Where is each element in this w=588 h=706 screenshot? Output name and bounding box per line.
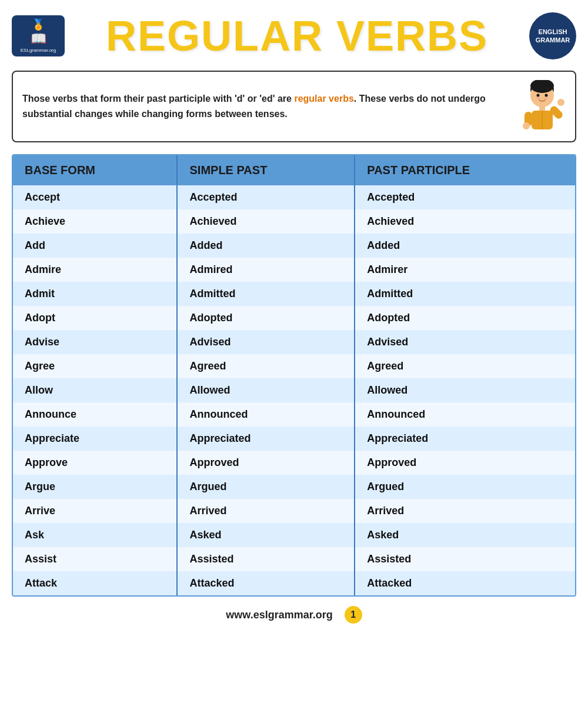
simple-past-cell: Admitted — [177, 282, 355, 306]
table-row: AskAskedAsked — [13, 523, 575, 547]
table-header-row: BASE FORM SIMPLE PAST PAST PARTICIPLE — [13, 155, 575, 185]
page-number: 1 — [345, 606, 362, 624]
logo-text: ESLgrammar.org — [21, 48, 56, 54]
past-participle-cell: Allowed — [355, 378, 575, 402]
past-participle-cell: Appreciated — [355, 427, 575, 451]
simple-past-cell: Advised — [177, 330, 355, 354]
base-form-cell: Agree — [13, 354, 177, 378]
col-header-past: SIMPLE PAST — [177, 155, 355, 185]
simple-past-cell: Asked — [177, 523, 355, 547]
past-participle-cell: Admitted — [355, 282, 575, 306]
table-row: AttackAttackedAttacked — [13, 571, 575, 595]
base-form-cell: Appreciate — [13, 427, 177, 451]
svg-point-13 — [523, 122, 530, 129]
table-row: AdviseAdvisedAdvised — [13, 330, 575, 354]
table-row: ArgueArguedArgued — [13, 475, 575, 499]
simple-past-cell: Achieved — [177, 209, 355, 234]
past-participle-cell: Announced — [355, 402, 575, 427]
badge-line2: GRAMMAR — [536, 36, 570, 44]
col-header-base: BASE FORM — [13, 155, 177, 185]
past-participle-cell: Assisted — [355, 547, 575, 571]
simple-past-cell: Adopted — [177, 306, 355, 330]
past-participle-cell: Arrived — [355, 499, 575, 523]
simple-past-cell: Announced — [177, 402, 355, 427]
base-form-cell: Advise — [13, 330, 177, 354]
table-row: AddAddedAdded — [13, 234, 575, 258]
description-text: Those verbs that form their past partici… — [22, 91, 509, 121]
badge-line1: ENGLISH — [539, 28, 567, 36]
page-footer: www.eslgrammar.org 1 — [12, 606, 576, 624]
past-participle-cell: Accepted — [355, 185, 575, 209]
table-row: AdmireAdmiredAdmirer — [13, 258, 575, 282]
base-form-cell: Assist — [13, 547, 177, 571]
base-form-cell: Admire — [13, 258, 177, 282]
base-form-cell: Approve — [13, 451, 177, 475]
table-row: AssistAssistedAssisted — [13, 547, 575, 571]
simple-past-cell: Allowed — [177, 378, 355, 402]
base-form-cell: Ask — [13, 523, 177, 547]
simple-past-cell: Admired — [177, 258, 355, 282]
simple-past-cell: Attacked — [177, 571, 355, 595]
logo: 🏅 📖 ESLgrammar.org — [12, 15, 65, 56]
col-header-participle: PAST PARTICIPLE — [355, 155, 575, 185]
base-form-cell: Accept — [13, 185, 177, 209]
description-plain: Those verbs that form their past partici… — [22, 94, 294, 104]
past-participle-cell: Adopted — [355, 306, 575, 330]
past-participle-cell: Asked — [355, 523, 575, 547]
page-title: REGULAR VERBS — [65, 12, 529, 60]
table-row: AppreciateAppreciatedAppreciated — [13, 427, 575, 451]
base-form-cell: Argue — [13, 475, 177, 499]
laurel-decoration: 🏅 — [32, 18, 45, 31]
page-header: 🏅 📖 ESLgrammar.org REGULAR VERBS ENGLISH… — [12, 12, 576, 60]
base-form-cell: Admit — [13, 282, 177, 306]
past-participle-cell: Argued — [355, 475, 575, 499]
grammar-badge: ENGLISH GRAMMAR — [529, 12, 576, 59]
past-participle-cell: Added — [355, 234, 575, 258]
simple-past-cell: Added — [177, 234, 355, 258]
verb-table-container: BASE FORM SIMPLE PAST PAST PARTICIPLE Ac… — [12, 154, 576, 597]
past-participle-cell: Attacked — [355, 571, 575, 595]
table-row: AcceptAcceptedAccepted — [13, 185, 575, 209]
table-row: ArriveArrivedArrived — [13, 499, 575, 523]
base-form-cell: Allow — [13, 378, 177, 402]
svg-point-12 — [557, 99, 564, 106]
past-participle-cell: Admirer — [355, 258, 575, 282]
website-url: www.eslgrammar.org — [226, 609, 332, 621]
simple-past-cell: Assisted — [177, 547, 355, 571]
simple-past-cell: Accepted — [177, 185, 355, 209]
laurel-left-icon: 🏅 — [32, 18, 45, 31]
character-illustration — [519, 80, 566, 133]
table-row: AllowAllowedAllowed — [13, 378, 575, 402]
table-row: AdoptAdoptedAdopted — [13, 306, 575, 330]
description-box: Those verbs that form their past partici… — [12, 71, 576, 142]
svg-rect-8 — [539, 106, 545, 111]
description-highlight: regular verbs — [294, 94, 353, 104]
past-participle-cell: Agreed — [355, 354, 575, 378]
svg-point-5 — [545, 94, 548, 97]
base-form-cell: Attack — [13, 571, 177, 595]
simple-past-cell: Argued — [177, 475, 355, 499]
base-form-cell: Announce — [13, 402, 177, 427]
base-form-cell: Arrive — [13, 499, 177, 523]
base-form-cell: Achieve — [13, 209, 177, 234]
past-participle-cell: Achieved — [355, 209, 575, 234]
base-form-cell: Add — [13, 234, 177, 258]
table-row: AdmitAdmittedAdmitted — [13, 282, 575, 306]
base-form-cell: Adopt — [13, 306, 177, 330]
simple-past-cell: Approved — [177, 451, 355, 475]
past-participle-cell: Approved — [355, 451, 575, 475]
book-icon: 📖 — [31, 31, 46, 46]
table-row: ApproveApprovedApproved — [13, 451, 575, 475]
past-participle-cell: Advised — [355, 330, 575, 354]
svg-point-4 — [537, 94, 540, 97]
table-row: AchieveAchievedAchieved — [13, 209, 575, 234]
svg-point-6 — [537, 97, 540, 99]
verb-table: BASE FORM SIMPLE PAST PAST PARTICIPLE Ac… — [13, 155, 575, 595]
simple-past-cell: Agreed — [177, 354, 355, 378]
svg-point-7 — [544, 97, 547, 99]
simple-past-cell: Appreciated — [177, 427, 355, 451]
table-row: AgreeAgreedAgreed — [13, 354, 575, 378]
simple-past-cell: Arrived — [177, 499, 355, 523]
table-row: AnnounceAnnouncedAnnounced — [13, 402, 575, 427]
